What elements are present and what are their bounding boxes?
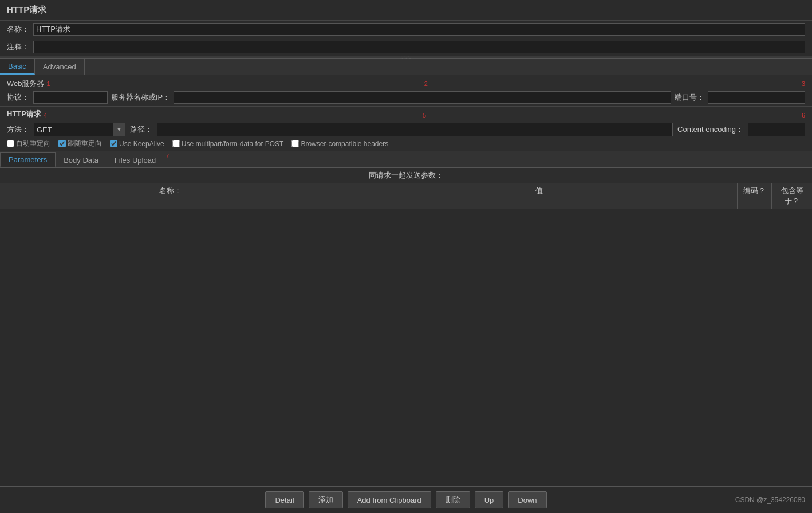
checkbox-follow-redirect[interactable]: 跟随重定向 xyxy=(58,139,102,148)
http-request-step4: 4 xyxy=(44,112,47,119)
params-col-name-header: 名称： xyxy=(0,183,341,209)
web-server-section: Web服务器 1 2 3 协议： 服务器名称或IP： 端口号： xyxy=(0,75,812,107)
name-label: 名称： xyxy=(7,24,30,34)
encoding-label: Content encoding： xyxy=(677,124,743,135)
web-server-step3: 3 xyxy=(802,80,805,87)
port-label: 端口号： xyxy=(675,92,704,103)
tab-parameters[interactable]: Parameters xyxy=(0,152,56,167)
keep-alive-label: Use KeepAlive xyxy=(119,140,164,148)
comment-label: 注释： xyxy=(7,42,30,52)
checkbox-keep-alive[interactable]: Use KeepAlive xyxy=(110,140,164,148)
comment-input[interactable] xyxy=(33,41,805,53)
delete-button[interactable]: 删除 xyxy=(436,491,470,508)
path-label: 路径： xyxy=(130,124,152,135)
name-input[interactable] xyxy=(33,23,805,36)
window-title: HTTP请求 xyxy=(7,5,46,14)
tab-advanced[interactable]: Advanced xyxy=(35,59,85,75)
port-input[interactable] xyxy=(708,91,805,104)
method-row: 方法： GET POST PUT DELETE PATCH HEAD OPTIO… xyxy=(7,123,805,136)
params-col-include-header: 包含等于？ xyxy=(772,183,812,209)
path-input[interactable] xyxy=(157,123,673,136)
checkbox-multipart[interactable]: Use multipart/form-data for POST xyxy=(172,140,284,148)
step7-label: 7 xyxy=(165,152,169,167)
title-bar: HTTP请求 xyxy=(0,0,812,21)
params-table-header: 名称： 值 编码？ 包含等于？ xyxy=(0,183,812,209)
web-server-inputs: 协议： 服务器名称或IP： 端口号： xyxy=(7,91,805,104)
tab-body-data-label: Body Data xyxy=(64,156,98,165)
auto-redirect-checkbox[interactable] xyxy=(7,140,14,147)
follow-redirect-checkbox[interactable] xyxy=(58,140,66,147)
inner-tabs: Parameters Body Data Files Upload 7 xyxy=(0,151,812,168)
checkbox-auto-redirect[interactable]: 自动重定向 xyxy=(7,139,50,148)
params-col-encode-header: 编码？ xyxy=(738,183,772,209)
follow-redirect-label: 跟随重定向 xyxy=(68,139,102,148)
multipart-label: Use multipart/form-data for POST xyxy=(182,140,284,148)
watermark: CSDN @z_354226080 xyxy=(547,496,805,504)
name-row: 名称： xyxy=(0,21,812,38)
add-from-clipboard-button[interactable]: Add from Clipboard xyxy=(348,491,431,508)
browser-headers-checkbox[interactable] xyxy=(291,140,299,147)
tab-files-upload[interactable]: Files Upload xyxy=(107,152,164,167)
keep-alive-checkbox[interactable] xyxy=(110,140,117,147)
http-request-section: HTTP请求 4 5 6 方法： GET POST PUT DELETE PAT… xyxy=(0,107,812,151)
up-button[interactable]: Up xyxy=(475,491,504,508)
add-button[interactable]: 添加 xyxy=(309,491,343,508)
encoding-input[interactable] xyxy=(748,123,805,136)
params-info-row: 同请求一起发送参数： xyxy=(0,168,812,183)
method-dropdown-arrow-icon[interactable]: ▼ xyxy=(113,123,125,136)
web-server-header: Web服务器 1 2 3 xyxy=(7,77,805,90)
http-request-step5: 5 xyxy=(423,112,426,119)
web-server-step2: 2 xyxy=(424,80,428,87)
params-info-text: 同请求一起发送参数： xyxy=(369,171,443,179)
bottom-toolbar: Detail 添加 Add from Clipboard 删除 Up Down … xyxy=(0,486,812,513)
method-select[interactable]: GET POST PUT DELETE PATCH HEAD OPTIONS xyxy=(34,123,113,136)
protocol-input[interactable] xyxy=(33,91,108,104)
method-label: 方法： xyxy=(7,124,29,135)
http-request-step6: 6 xyxy=(802,112,805,119)
auto-redirect-label: 自动重定向 xyxy=(16,139,50,148)
params-section: 同请求一起发送参数： 名称： 值 编码？ 包含等于？ xyxy=(0,168,812,486)
down-button[interactable]: Down xyxy=(508,491,546,508)
comment-row: 注释： xyxy=(0,38,812,56)
params-col-value-header: 值 xyxy=(341,183,738,209)
method-select-wrap[interactable]: GET POST PUT DELETE PATCH HEAD OPTIONS ▼ xyxy=(34,123,125,136)
detail-button[interactable]: Detail xyxy=(265,491,303,508)
browser-headers-label: Browser-compatible headers xyxy=(301,140,388,148)
tab-files-upload-label: Files Upload xyxy=(115,156,156,165)
http-request-label: HTTP请求 xyxy=(7,109,41,119)
top-tabs: Basic Advanced xyxy=(0,59,812,75)
checkboxes-row: 自动重定向 跟随重定向 Use KeepAlive Use multipart/… xyxy=(7,139,805,148)
server-name-input[interactable] xyxy=(174,91,671,104)
web-server-step1: 1 xyxy=(47,80,50,87)
tab-parameters-label: Parameters xyxy=(9,155,47,164)
multipart-checkbox[interactable] xyxy=(172,140,180,147)
tab-body-data[interactable]: Body Data xyxy=(56,152,107,167)
checkbox-browser-headers[interactable]: Browser-compatible headers xyxy=(291,140,388,148)
params-body xyxy=(0,209,812,486)
bottom-toolbar-center: Detail 添加 Add from Clipboard 删除 Up Down xyxy=(265,491,546,508)
web-server-label: Web服务器 xyxy=(7,79,45,89)
server-label: 服务器名称或IP： xyxy=(111,92,170,103)
tab-basic[interactable]: Basic xyxy=(0,59,35,75)
protocol-label: 协议： xyxy=(7,92,30,103)
